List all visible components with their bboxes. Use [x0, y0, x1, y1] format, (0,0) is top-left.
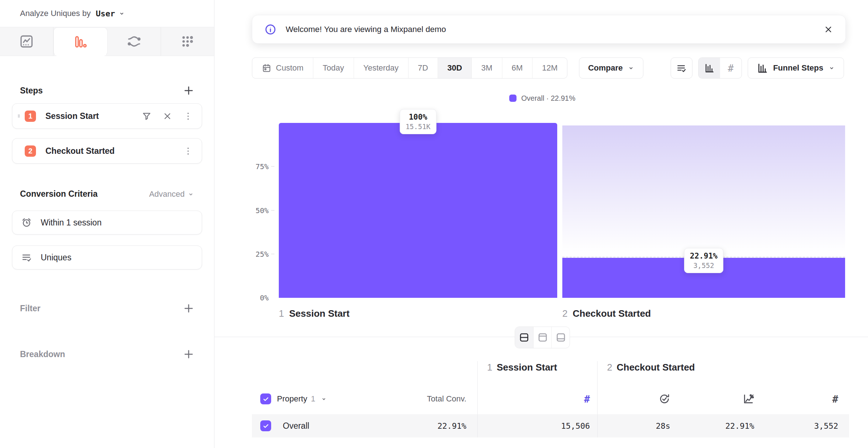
drag-handle-icon[interactable] [16, 112, 23, 120]
uniques-metric-button[interactable] [671, 57, 692, 79]
calendar-icon [262, 63, 272, 73]
row-checkbox[interactable] [260, 420, 271, 431]
step-options-kebab-icon[interactable] [183, 111, 193, 121]
total-conv-label: Total Conv. [427, 394, 466, 404]
legend-swatch[interactable] [509, 95, 517, 102]
advanced-dropdown[interactable]: Advanced [149, 189, 194, 199]
chevron-down-icon [118, 10, 125, 17]
layout-bottom-icon [555, 332, 566, 343]
compare-button[interactable]: Compare [579, 57, 643, 79]
funnels-icon [73, 35, 88, 49]
dropoff-gradient [562, 125, 845, 252]
total-conv-value-cell: 22.91% [405, 414, 477, 437]
date-range-yesterday[interactable]: Yesterday [354, 58, 409, 78]
report-type-tabs [0, 27, 214, 56]
conversion-rate-icon[interactable] [743, 393, 754, 405]
step-event-name[interactable]: Session Start [45, 111, 131, 121]
value-display-toggle: # [698, 57, 742, 79]
alarm-clock-icon [21, 217, 32, 228]
legend-series-value: 22.91% [551, 94, 575, 102]
chevron-down-icon [628, 65, 634, 71]
step-event-name[interactable]: Checkout Started [45, 146, 172, 156]
y-axis-tick: 75% [236, 162, 269, 171]
show-number-toggle[interactable]: # [720, 58, 742, 78]
app: Analyze Uniques by User [0, 0, 868, 448]
row-name: Overall [283, 421, 309, 431]
date-range-7d[interactable]: 7D [409, 58, 438, 78]
step-card-2[interactable]: 2 Checkout Started [12, 138, 202, 164]
group-header-spacer [252, 361, 477, 384]
check-icon [262, 423, 269, 429]
count-value-cell: 3,552 [765, 414, 849, 437]
analyze-header: Analyze Uniques by User [0, 0, 214, 20]
date-range-custom[interactable]: Custom [252, 58, 313, 78]
breakdown-table: 1 Session Start 2 Checkout Started Prope… [252, 361, 849, 437]
analyze-entity-dropdown[interactable]: User [96, 9, 115, 18]
count-metric-cell: # [765, 384, 849, 414]
filter-step-icon[interactable] [142, 111, 152, 121]
remove-step-icon[interactable] [162, 111, 172, 121]
show-percent-toggle[interactable] [699, 58, 720, 78]
tab-flows[interactable] [108, 27, 161, 56]
date-range-6m[interactable]: 6M [502, 58, 533, 78]
x-label-step-1: 1 Session Start [279, 308, 557, 319]
add-breakdown-button[interactable] [183, 349, 194, 360]
layout-split-button[interactable] [515, 327, 533, 348]
funnel-bar-step-1[interactable] [279, 123, 557, 298]
chart-toolbar: Custom Today Yesterday 7D 30D 3M 6M 12M … [252, 57, 844, 79]
panel-layout-toggle [515, 327, 570, 348]
group-label: Session Start [497, 362, 557, 373]
chart-type-dropdown[interactable]: Funnel Steps [748, 57, 844, 79]
total-conv-value: 22.91% [438, 421, 466, 431]
date-range-label: 30D [447, 63, 462, 73]
chevron-down-icon [188, 191, 194, 197]
x-label-number: 1 [279, 308, 284, 319]
layout-split-icon [519, 332, 530, 343]
step-card-1[interactable]: 1 Session Start [12, 103, 202, 129]
close-icon[interactable] [824, 25, 833, 34]
x-label-text: Checkout Started [572, 308, 651, 319]
date-range-12m[interactable]: 12M [533, 58, 567, 78]
avg-time-metric-cell [597, 384, 681, 414]
funnel-steps-chart-icon [757, 63, 768, 74]
insights-icon [19, 34, 34, 49]
tooltip-count: 15.51K [406, 123, 431, 131]
date-range-30d[interactable]: 30D [438, 58, 472, 78]
conv-rate-metric-cell [681, 384, 765, 414]
avg-time-icon[interactable] [659, 393, 670, 405]
tab-insights[interactable] [0, 27, 53, 56]
panel-divider [214, 337, 868, 337]
tab-funnels[interactable] [53, 27, 107, 56]
layout-chart-only-button[interactable] [533, 327, 551, 348]
check-icon [262, 396, 269, 403]
tab-retention[interactable] [161, 27, 214, 56]
legend-series-name: Overall [521, 94, 544, 102]
date-range-3m[interactable]: 3M [472, 58, 502, 78]
row-name-cell: Overall [252, 414, 405, 437]
step-options-kebab-icon[interactable] [183, 146, 193, 156]
flows-icon [127, 34, 141, 49]
layout-table-only-button[interactable] [551, 327, 570, 348]
sidebar-body: Steps 1 Session Start 2 Checkout Started [0, 85, 214, 360]
add-step-button[interactable] [183, 85, 194, 96]
date-range-today[interactable]: Today [313, 58, 354, 78]
count-hash-icon[interactable]: # [832, 393, 838, 405]
date-range-label: 7D [418, 63, 428, 73]
select-all-checkbox[interactable] [260, 393, 271, 404]
y-axis-tick: 0% [236, 293, 269, 302]
add-filter-button[interactable] [183, 303, 194, 314]
property-label[interactable]: Property [277, 394, 307, 404]
counting-method-card[interactable]: Uniques [12, 245, 202, 269]
y-axis-tick: 25% [236, 250, 269, 259]
filter-section-header: Filter [12, 303, 202, 314]
count-hash-icon[interactable]: # [584, 393, 590, 405]
conversion-criteria-header: Conversion Criteria Advanced [12, 189, 202, 199]
legend-separator: · [546, 94, 549, 102]
report-main: Welcome! You are viewing a Mixpanel demo… [214, 0, 868, 448]
chart-type-label: Funnel Steps [773, 63, 823, 73]
conversion-criteria-title: Conversion Criteria [20, 189, 97, 199]
conversion-window-card[interactable]: Within 1 session [12, 211, 202, 235]
group-number: 2 [607, 362, 612, 373]
steps-title: Steps [20, 86, 43, 96]
chevron-down-icon [321, 396, 327, 402]
